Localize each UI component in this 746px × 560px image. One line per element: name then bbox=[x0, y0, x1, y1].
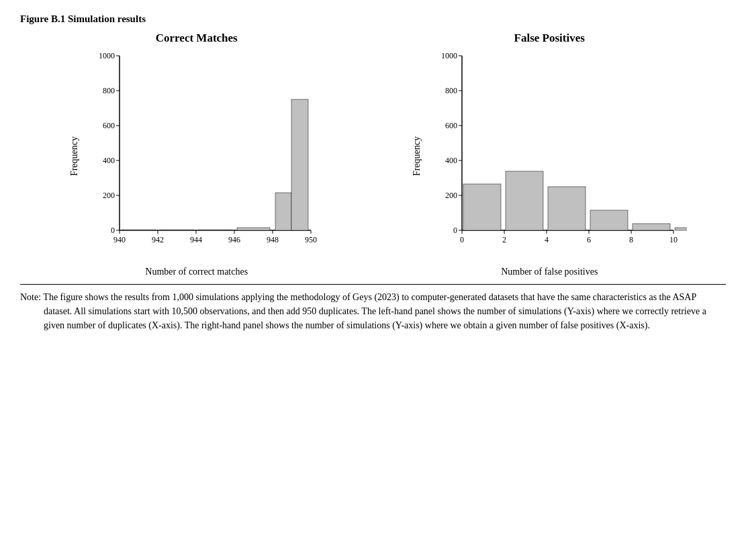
left-chart-svg: 0 200 400 600 800 bbox=[83, 49, 324, 264]
svg-text:800: 800 bbox=[103, 86, 115, 95]
svg-text:942: 942 bbox=[152, 235, 164, 244]
left-chart-panel: Correct Matches Frequency 0 bbox=[36, 32, 358, 277]
left-bar-942 bbox=[160, 230, 193, 230]
svg-text:400: 400 bbox=[445, 156, 457, 165]
svg-text:200: 200 bbox=[445, 191, 457, 200]
figure-container: Figure B.1 Simulation results Correct Ma… bbox=[20, 13, 726, 332]
right-x-axis-label: Number of false positives bbox=[501, 267, 598, 277]
left-chart-area: 0 200 400 600 800 bbox=[83, 49, 324, 264]
right-bar-6 bbox=[590, 210, 628, 230]
note-section: Note: The figure shows the results from … bbox=[20, 284, 726, 332]
svg-text:1000: 1000 bbox=[99, 51, 115, 60]
svg-text:0: 0 bbox=[111, 226, 115, 235]
right-chart-title: False Positives bbox=[514, 32, 585, 45]
svg-text:400: 400 bbox=[103, 156, 115, 165]
svg-text:0: 0 bbox=[453, 226, 457, 235]
left-bar-946 bbox=[237, 228, 270, 230]
svg-text:200: 200 bbox=[103, 191, 115, 200]
right-chart-panel: False Positives Frequency 0 bbox=[388, 32, 710, 277]
svg-text:946: 946 bbox=[228, 235, 240, 244]
svg-text:944: 944 bbox=[190, 235, 202, 244]
svg-text:600: 600 bbox=[445, 121, 457, 130]
note-text: Note: The figure shows the results from … bbox=[20, 290, 726, 332]
left-bar-944 bbox=[199, 230, 232, 230]
svg-text:8: 8 bbox=[629, 235, 633, 244]
svg-text:2: 2 bbox=[502, 235, 506, 244]
left-chart-title: Correct Matches bbox=[156, 32, 238, 45]
right-bar-2 bbox=[506, 171, 543, 230]
right-bar-8 bbox=[633, 224, 670, 230]
right-bar-4 bbox=[548, 187, 586, 230]
svg-text:4: 4 bbox=[545, 235, 549, 244]
svg-text:0: 0 bbox=[460, 235, 464, 244]
svg-text:1000: 1000 bbox=[441, 51, 457, 60]
left-chart-body: Frequency 0 bbox=[69, 49, 324, 264]
svg-text:940: 940 bbox=[113, 235, 126, 244]
left-bar-950 bbox=[291, 99, 308, 230]
left-y-axis-label: Frequency bbox=[69, 136, 80, 176]
right-chart-area: 0 200 400 600 800 1000 0 bbox=[425, 49, 687, 264]
svg-text:950: 950 bbox=[305, 235, 317, 244]
left-bar-948 bbox=[275, 193, 291, 230]
svg-text:10: 10 bbox=[669, 235, 678, 244]
left-bar-940 bbox=[122, 230, 155, 230]
figure-title: Figure B.1 Simulation results bbox=[20, 13, 726, 25]
right-chart-svg: 0 200 400 600 800 1000 0 bbox=[425, 49, 687, 264]
right-bar-0 bbox=[463, 184, 501, 230]
right-y-axis-label: Frequency bbox=[412, 136, 422, 176]
right-bar-10 bbox=[675, 228, 687, 230]
svg-text:948: 948 bbox=[267, 235, 279, 244]
svg-text:800: 800 bbox=[445, 86, 457, 95]
charts-container: Correct Matches Frequency 0 bbox=[20, 32, 726, 277]
right-chart-body: Frequency 0 200 bbox=[412, 49, 687, 264]
left-x-axis-label: Number of correct matches bbox=[145, 267, 248, 277]
svg-text:6: 6 bbox=[587, 235, 591, 244]
svg-text:600: 600 bbox=[103, 121, 115, 130]
